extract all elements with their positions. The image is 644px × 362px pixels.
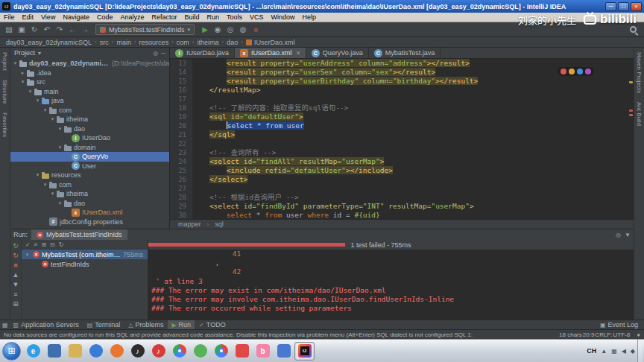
recorder-dot-icon[interactable] <box>561 69 566 74</box>
toolwindow-button-project[interactable]: Project <box>1 51 8 72</box>
test-settings-icon[interactable]: ≡ <box>13 290 17 299</box>
editor-breadcrumb-sql[interactable]: sql <box>214 220 224 228</box>
status-utf-8[interactable]: UTF-8 <box>613 331 630 338</box>
tree-item-domain[interactable]: ▾domain <box>10 143 169 153</box>
menu-tools[interactable]: Tools <box>223 13 246 21</box>
breadcrumb-item-main[interactable]: main <box>116 39 132 46</box>
tree-item-dao[interactable]: ▾dao <box>10 124 169 134</box>
menu-build[interactable]: Build <box>180 13 203 21</box>
tree-item-java[interactable]: ▾java <box>10 96 169 106</box>
editor-breadcrumb-mapper[interactable]: mapper <box>177 220 202 228</box>
toolwindow-button-terminal[interactable]: ▤Terminal <box>83 320 124 330</box>
debug-icon[interactable]: ◉ <box>212 24 224 36</box>
pin-icon[interactable]: ⊞ <box>13 300 19 308</box>
red-app-icon[interactable] <box>232 342 252 361</box>
toolwindow-button-problems[interactable]: △Problems <box>124 320 167 330</box>
run-icon[interactable]: ▶ <box>199 24 211 36</box>
sync-icon[interactable]: ↻ <box>28 24 40 36</box>
hide-passed-icon[interactable]: ✓ <box>25 241 31 248</box>
status-20-9[interactable]: 20:9 <box>583 331 595 338</box>
tree-item-itheima[interactable]: ▾itheima <box>10 115 169 124</box>
test-node-testfindinids[interactable]: ×testFindInIds <box>22 259 148 269</box>
open-icon[interactable]: ▤ <box>3 24 15 36</box>
input-language-indicator[interactable]: CH <box>587 347 596 355</box>
show-desktop-button[interactable] <box>637 340 643 362</box>
error-stripe-mark[interactable] <box>629 109 633 112</box>
menu-edit[interactable]: Edit <box>19 13 38 21</box>
blue-app-icon[interactable] <box>274 342 294 361</box>
code-editor[interactable]: 13 <result property="userAddress" column… <box>170 59 634 219</box>
toolwindow-button-maven-projects[interactable]: Maven Projects <box>636 51 643 95</box>
code-line-21[interactable]: 21 </sql> <box>170 130 634 139</box>
ie-icon[interactable]: e <box>23 342 43 361</box>
tree-item-day03-easy-02dynamicsql[interactable]: ▾day03_easy_02dynamicSQL (D:\IdeaProject… <box>10 59 169 69</box>
recorder-dot-icon[interactable] <box>577 69 583 74</box>
forward-icon[interactable]: → <box>79 24 91 36</box>
error-stripe-mark[interactable] <box>629 114 633 116</box>
colorful-browser-icon[interactable] <box>211 342 231 361</box>
toolwindow-button-run[interactable]: ▶Run <box>168 320 195 330</box>
editor-tab-queryvo-java[interactable]: CQueryVo.java <box>306 48 369 58</box>
maximize-button[interactable]: □ <box>618 2 629 11</box>
run-tab[interactable]: × MybatisTest.testFindInIds <box>31 229 127 240</box>
tray-volume-icon[interactable]: ◀ <box>622 348 626 355</box>
code-line-23[interactable]: 23 <!-- 查询所有 --> <box>170 148 634 157</box>
menu-run[interactable]: Run <box>203 13 224 21</box>
tree-item-main[interactable]: ▾main <box>10 87 169 97</box>
undo-icon[interactable]: ↶ <box>41 24 53 36</box>
breadcrumb-item-day03-easy-02dynamicsql[interactable]: day03_easy_02dynamicSQL <box>5 39 92 46</box>
tree-item-dao[interactable]: ▾dao <box>10 199 169 209</box>
editor-tab-mybatistest-java[interactable]: CMybatisTest.java <box>369 48 441 58</box>
code-line-15[interactable]: 15 <result property="userBirthday" colum… <box>170 77 634 86</box>
gear-icon[interactable]: ◎ <box>616 232 621 238</box>
code-line-26[interactable]: 26 </select> <box>170 175 634 184</box>
toolwindow-button-ant-build[interactable]: Ant Build <box>636 101 643 127</box>
toolwindow-button-todo[interactable]: ✓TODO <box>195 320 230 330</box>
green-app-icon[interactable] <box>190 342 210 361</box>
code-line-28[interactable]: 28 <!-- 根据id查询用户 --> <box>170 193 634 202</box>
redo-icon[interactable]: ↷ <box>54 24 66 36</box>
breadcrumb-item-src[interactable]: src <box>99 39 110 46</box>
coverage-icon[interactable]: ◎ <box>224 24 236 36</box>
tree-item-iuserdao[interactable]: IIUserDao <box>10 133 169 143</box>
tree-item-user[interactable]: CUser <box>10 162 169 171</box>
console-output[interactable]: 41 , 42 ' at line 3### The error may exi… <box>148 250 634 320</box>
recorder-dot-icon[interactable] <box>569 69 575 74</box>
next-test-icon[interactable]: ▼ <box>13 281 19 289</box>
code-line-30[interactable]: 30 select * from user where id = #{uid} <box>170 211 634 219</box>
status-crlf[interactable]: CRLF: <box>595 331 612 338</box>
recorder-dot-icon[interactable] <box>585 69 591 74</box>
tree-item-iuserdao-xml[interactable]: xIUserDao.xml <box>10 208 169 217</box>
rerun-icon[interactable]: ↻ <box>13 242 19 250</box>
menu-vcs[interactable]: VCS <box>246 13 268 21</box>
code-line-25[interactable]: 25 <include refid="defaultUser"></includ… <box>170 166 634 175</box>
stop-icon[interactable]: ■ <box>250 24 262 36</box>
menu-navigate[interactable]: Navigate <box>59 13 93 21</box>
tree-item-com[interactable]: ▾com <box>10 180 169 190</box>
breadcrumb-item-itheima[interactable]: itheima <box>196 39 219 46</box>
code-line-16[interactable]: 16 </resultMap> <box>170 86 634 95</box>
menu-analyze[interactable]: Analyze <box>116 13 148 21</box>
tree-item-resources[interactable]: ▾resources <box>10 171 169 180</box>
code-line-27[interactable]: 27 <box>170 184 634 193</box>
rerun-failed-icon[interactable]: ↻ <box>13 252 19 260</box>
toolwindow-switcher-icon[interactable]: ▦ <box>2 322 8 328</box>
toolwindow-button-structure[interactable]: Structure <box>1 78 8 105</box>
status-18-chars[interactable]: 18 chars <box>559 331 582 338</box>
menu-code[interactable]: Code <box>93 13 117 21</box>
tree-item-idea[interactable]: ▸.idea <box>10 69 169 78</box>
stop-icon[interactable]: ■ <box>13 261 17 270</box>
breadcrumb-item-com[interactable]: com <box>176 39 190 46</box>
code-line-24[interactable]: 24 <select id="findAll" resultMap="userM… <box>170 157 634 166</box>
expand-all-icon[interactable]: ⊞ <box>41 241 46 248</box>
code-line-29[interactable]: 29 <select id="findById" parameterType="… <box>170 202 634 211</box>
back-icon[interactable]: ← <box>66 24 78 36</box>
netease-music-icon[interactable]: ♪ <box>148 342 168 361</box>
collapse-all-icon[interactable]: ⊟ <box>50 241 55 248</box>
toolwindow-button-event-log[interactable]: ▣Event Log <box>596 320 642 330</box>
code-line-17[interactable]: 17 <box>170 95 634 104</box>
search-everywhere-icon[interactable] <box>630 26 637 33</box>
tree-item-queryvo[interactable]: CQueryVo <box>10 152 169 162</box>
profiler-icon[interactable]: ◍ <box>237 24 249 36</box>
blue-circle-app-icon[interactable] <box>86 342 106 361</box>
